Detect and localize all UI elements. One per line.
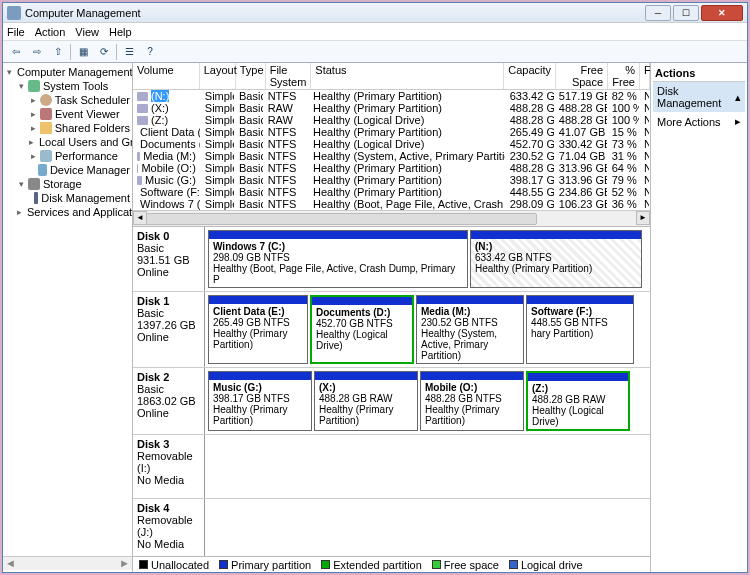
volume-row[interactable]: Mobile (O:)SimpleBasicNTFSHealthy (Prima… (133, 162, 650, 174)
partition-name: Windows 7 (C:) (213, 241, 463, 252)
partition[interactable]: Music (G:)398.17 GB NTFSHealthy (Primary… (208, 371, 312, 431)
disk-name: Disk 0 (137, 230, 200, 242)
disk-header[interactable]: Disk 3Removable (I:)No Media (133, 435, 205, 498)
legend-item: Primary partition (219, 559, 311, 571)
menu-action[interactable]: Action (35, 26, 66, 38)
expand-icon[interactable]: ▸ (29, 151, 38, 161)
disk-row[interactable]: Disk 3Removable (I:)No Media (133, 435, 650, 499)
partition[interactable]: (Z:)488.28 GB RAWHealthy (Logical Drive) (526, 371, 630, 431)
expand-icon[interactable]: ▸ (29, 95, 38, 105)
tree-node[interactable]: ▸Local Users and Gr (3, 135, 132, 149)
col-status[interactable]: Status (311, 63, 504, 89)
up-icon[interactable]: ⇧ (49, 43, 67, 61)
disk-name: Disk 3 (137, 438, 200, 450)
disk-row[interactable]: Disk 1Basic1397.26 GBOnlineClient Data (… (133, 292, 650, 368)
app-icon (7, 6, 21, 20)
expand-icon[interactable]: ▾ (17, 179, 26, 189)
tree-node[interactable]: ▾Computer Management (3, 65, 132, 79)
expand-icon[interactable]: ▸ (17, 207, 22, 217)
disk-header[interactable]: Disk 0Basic931.51 GBOnline (133, 227, 205, 291)
volume-header[interactable]: Volume Layout Type File System Status Ca… (133, 63, 650, 90)
legend-label: Extended partition (333, 559, 422, 571)
expand-icon[interactable]: ▾ (17, 81, 26, 91)
expand-icon[interactable]: ▸ (29, 109, 38, 119)
menu-view[interactable]: View (75, 26, 99, 38)
volume-row[interactable]: (Z:)SimpleBasicRAWHealthy (Logical Drive… (133, 114, 650, 126)
disk-row[interactable]: Disk 4Removable (J:)No Media (133, 499, 650, 556)
partition-health: Healthy (Primary Partition) (213, 328, 303, 350)
tree-node[interactable]: Device Manager (3, 163, 132, 177)
help-icon[interactable]: ? (141, 43, 159, 61)
col-freespace[interactable]: Free Space (556, 63, 608, 89)
tree-icon (28, 80, 40, 92)
expand-icon[interactable]: ▸ (29, 137, 34, 147)
volume-row[interactable]: Music (G:)SimpleBasicNTFSHealthy (Primar… (133, 174, 650, 186)
col-capacity[interactable]: Capacity (504, 63, 556, 89)
disk-status: Online (137, 407, 200, 419)
tree-node[interactable]: ▸Services and Applicati (3, 205, 132, 219)
partition[interactable]: Client Data (E:)265.49 GB NTFSHealthy (P… (208, 295, 308, 364)
expand-icon[interactable]: ▾ (7, 67, 12, 77)
partition[interactable]: (N:)633.42 GB NTFSHealthy (Primary Parti… (470, 230, 642, 288)
tree-icon (28, 178, 40, 190)
tree-node[interactable]: Disk Management (3, 191, 132, 205)
forward-icon[interactable]: ⇨ (28, 43, 46, 61)
volume-row[interactable]: Windows 7 (C:)SimpleBasicNTFSHealthy (Bo… (133, 198, 650, 210)
tree-label: Performance (55, 150, 118, 162)
refresh-icon[interactable]: ⟳ (95, 43, 113, 61)
volume-row[interactable]: Software (F:)SimpleBasicNTFSHealthy (Pri… (133, 186, 650, 198)
volume-row[interactable]: Media (M:)SimpleBasicNTFSHealthy (System… (133, 150, 650, 162)
disk-header[interactable]: Disk 4Removable (J:)No Media (133, 499, 205, 556)
menu-file[interactable]: File (7, 26, 25, 38)
disk-map[interactable]: Disk 0Basic931.51 GBOnlineWindows 7 (C:)… (133, 227, 650, 556)
tree-node[interactable]: ▸Task Scheduler (3, 93, 132, 107)
tree-node[interactable]: ▸Event Viewer (3, 107, 132, 121)
partition[interactable]: (X:)488.28 GB RAWHealthy (Primary Partit… (314, 371, 418, 431)
tree-node[interactable]: ▾System Tools (3, 79, 132, 93)
action-item[interactable]: Disk Management▴ (653, 82, 745, 112)
legend-swatch (321, 560, 330, 569)
close-button[interactable]: ✕ (701, 5, 743, 21)
volume-row[interactable]: (N:)SimpleBasicNTFSHealthy (Primary Part… (133, 90, 650, 102)
partition-bar (527, 296, 633, 304)
col-filesystem[interactable]: File System (266, 63, 312, 89)
disk-name: Disk 1 (137, 295, 200, 307)
disk-header[interactable]: Disk 1Basic1397.26 GBOnline (133, 292, 205, 367)
partition-health: Healthy (System, Active, Primary Partiti… (421, 328, 519, 361)
partition-size: 230.52 GB NTFS (421, 317, 519, 328)
partition[interactable]: Windows 7 (C:)298.09 GB NTFSHealthy (Boo… (208, 230, 468, 288)
partition[interactable]: Mobile (O:)488.28 GB NTFSHealthy (Primar… (420, 371, 524, 431)
tree-node[interactable]: ▸Performance (3, 149, 132, 163)
titlebar[interactable]: Computer Management ─ ☐ ✕ (3, 3, 747, 23)
expand-icon[interactable]: ▸ (29, 123, 38, 133)
col-type[interactable]: Type (236, 63, 266, 89)
volume-list[interactable]: Volume Layout Type File System Status Ca… (133, 63, 650, 227)
disk-row[interactable]: Disk 0Basic931.51 GBOnlineWindows 7 (C:)… (133, 227, 650, 292)
menu-help[interactable]: Help (109, 26, 132, 38)
back-icon[interactable]: ⇦ (7, 43, 25, 61)
partition[interactable]: Software (F:)448.55 GB NTFShary Partitio… (526, 295, 634, 364)
volume-row[interactable]: Documents (D:)SimpleBasicNTFSHealthy (Lo… (133, 138, 650, 150)
volume-row[interactable]: (X:)SimpleBasicRAWHealthy (Primary Parti… (133, 102, 650, 114)
minimize-button[interactable]: ─ (645, 5, 671, 21)
partition[interactable]: Documents (D:)452.70 GB NTFSHealthy (Log… (310, 295, 414, 364)
properties-icon[interactable]: ▦ (74, 43, 92, 61)
disk-header[interactable]: Disk 2Basic1863.02 GBOnline (133, 368, 205, 434)
maximize-button[interactable]: ☐ (673, 5, 699, 21)
tree-node[interactable]: ▾Storage (3, 177, 132, 191)
partition-bar (209, 231, 467, 239)
tree-icon (38, 164, 47, 176)
disk-row[interactable]: Disk 2Basic1863.02 GBOnlineMusic (G:)398… (133, 368, 650, 435)
col-pctfree[interactable]: % Free (608, 63, 640, 89)
list-icon[interactable]: ☰ (120, 43, 138, 61)
action-item[interactable]: More Actions▸ (653, 112, 745, 131)
col-volume[interactable]: Volume (133, 63, 200, 89)
volume-row[interactable]: Client Data (E:)SimpleBasicNTFSHealthy (… (133, 126, 650, 138)
tree-scrollbar[interactable]: ◄► (3, 556, 132, 570)
volume-scrollbar[interactable]: ◄► (133, 210, 650, 226)
partition[interactable]: Media (M:)230.52 GB NTFSHealthy (System,… (416, 295, 524, 364)
col-layout[interactable]: Layout (200, 63, 236, 89)
col-fault[interactable]: Fa (640, 63, 650, 89)
tree-node[interactable]: ▸Shared Folders (3, 121, 132, 135)
navigation-tree[interactable]: ▾Computer Management▾System Tools▸Task S… (3, 63, 133, 572)
